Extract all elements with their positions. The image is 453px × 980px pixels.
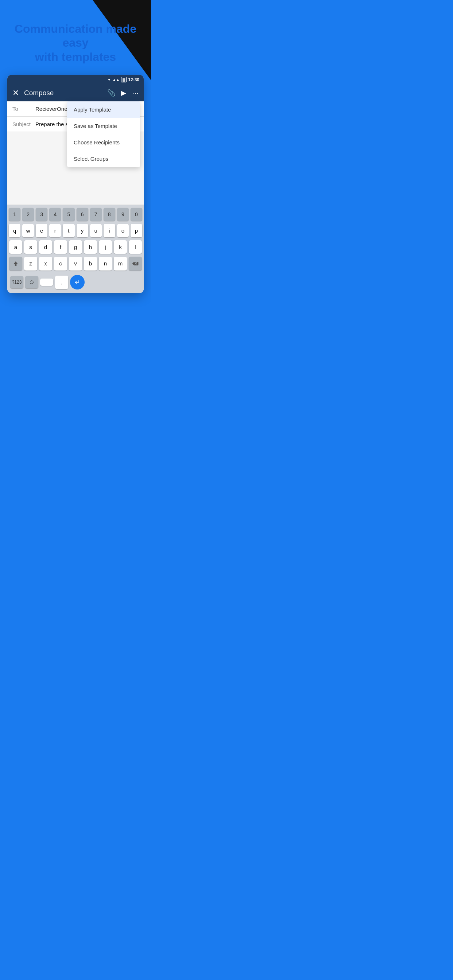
key-h[interactable]: h — [84, 240, 97, 254]
key-7[interactable]: 7 — [90, 208, 102, 221]
shift-key[interactable] — [9, 257, 22, 270]
attach-icon[interactable]: 📎 — [107, 89, 115, 97]
key-m[interactable]: m — [114, 257, 127, 270]
key-3[interactable]: 3 — [36, 208, 48, 221]
header-title: Communication made easy with templates — [11, 22, 140, 64]
key-1[interactable]: 1 — [9, 208, 21, 221]
keyboard-row-qwerty: q w e r t y u i o p — [9, 224, 142, 237]
email-form: To RecieverOne Subject Prepare the store… — [7, 101, 144, 132]
compose-actions: 📎 ▶ ⋯ — [107, 89, 139, 97]
key-i[interactable]: i — [104, 224, 115, 237]
status-time: 12:30 — [128, 77, 139, 83]
keyboard-row-zxcv: z x c v b n m — [9, 257, 142, 270]
key-r[interactable]: r — [49, 224, 61, 237]
header-title-line2: with templates — [35, 50, 116, 64]
select-groups-item[interactable]: Select Groups — [67, 151, 140, 167]
enter-key[interactable]: ↵ — [70, 275, 85, 290]
key-6[interactable]: 6 — [77, 208, 88, 221]
send-icon[interactable]: ▶ — [121, 89, 126, 97]
key-8[interactable]: 8 — [104, 208, 115, 221]
wifi-icon: ▼ — [107, 78, 111, 82]
subject-label: Subject — [13, 121, 32, 127]
backspace-key[interactable] — [129, 257, 142, 270]
key-t[interactable]: t — [63, 224, 74, 237]
close-button[interactable]: ✕ — [13, 89, 19, 97]
key-p[interactable]: p — [131, 224, 142, 237]
choose-recipients-item[interactable]: Choose Recipients — [67, 134, 140, 151]
keyboard-row-asdf: a s d f g h j k l — [9, 240, 142, 254]
key-f[interactable]: f — [54, 240, 67, 254]
to-value[interactable]: RecieverOne — [35, 106, 67, 112]
key-a[interactable]: a — [9, 240, 22, 254]
key-z[interactable]: z — [24, 257, 37, 270]
key-q[interactable]: q — [9, 224, 21, 237]
to-label: To — [13, 106, 32, 112]
key-l[interactable]: l — [129, 240, 142, 254]
compose-left: ✕ Compose — [13, 89, 54, 97]
status-icons: ▼ ▲▲ ▓ 12:30 — [107, 77, 139, 83]
key-0[interactable]: 0 — [131, 208, 142, 221]
save-as-template-item[interactable]: Save as Template — [67, 118, 140, 134]
emoji-key[interactable]: ☺ — [25, 276, 38, 288]
key-4[interactable]: 4 — [49, 208, 61, 221]
key-y[interactable]: y — [77, 224, 88, 237]
phone-mockup: ▼ ▲▲ ▓ 12:30 ✕ Compose 📎 ▶ ⋯ To Reciever… — [7, 75, 144, 293]
dropdown-menu: Apply Template Save as Template Choose R… — [67, 101, 140, 167]
keyboard-bottom-row: ?123 ☺ . ↵ — [9, 274, 142, 291]
key-n[interactable]: n — [99, 257, 112, 270]
more-options-icon[interactable]: ⋯ — [132, 89, 139, 97]
key-u[interactable]: u — [90, 224, 102, 237]
apply-template-item[interactable]: Apply Template — [67, 101, 140, 118]
compose-title: Compose — [24, 89, 54, 97]
header-title-line1: Communication made easy — [14, 22, 136, 49]
key-d[interactable]: d — [39, 240, 52, 254]
key-9[interactable]: 9 — [117, 208, 129, 221]
signal-icon: ▲▲ — [112, 78, 120, 82]
header-section: Communication made easy with templates — [0, 0, 151, 75]
space-key[interactable] — [40, 278, 53, 286]
key-j[interactable]: j — [99, 240, 112, 254]
key-v[interactable]: v — [69, 257, 82, 270]
key-s[interactable]: s — [24, 240, 37, 254]
key-k[interactable]: k — [114, 240, 127, 254]
status-bar: ▼ ▲▲ ▓ 12:30 — [7, 75, 144, 84]
keyboard: 1 2 3 4 5 6 7 8 9 0 q w e r t y u i o p … — [7, 205, 144, 293]
numeric-toggle-key[interactable]: ?123 — [10, 276, 23, 288]
period-key[interactable]: . — [55, 275, 68, 289]
key-2[interactable]: 2 — [22, 208, 34, 221]
compose-header: ✕ Compose 📎 ▶ ⋯ — [7, 84, 144, 101]
key-x[interactable]: x — [39, 257, 52, 270]
bottom-background — [0, 293, 151, 322]
key-g[interactable]: g — [69, 240, 82, 254]
keyboard-row-numbers: 1 2 3 4 5 6 7 8 9 0 — [9, 208, 142, 221]
battery-icon: ▓ — [121, 77, 126, 83]
key-c[interactable]: c — [54, 257, 67, 270]
key-5[interactable]: 5 — [63, 208, 74, 221]
key-e[interactable]: e — [36, 224, 48, 237]
key-b[interactable]: b — [84, 257, 97, 270]
key-w[interactable]: w — [22, 224, 34, 237]
key-o[interactable]: o — [117, 224, 129, 237]
